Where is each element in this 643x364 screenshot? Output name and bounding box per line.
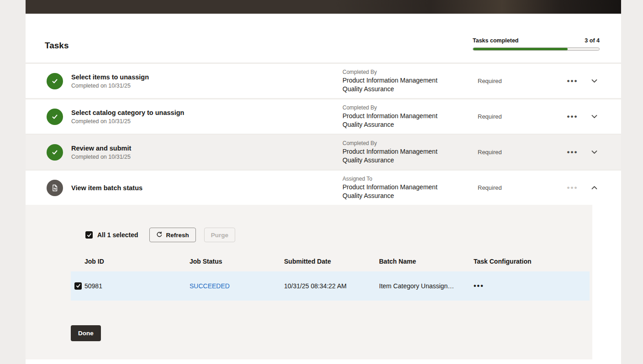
check-circle-icon [47, 144, 63, 161]
cell-job-id: 50981 [84, 282, 190, 290]
main-content-card: Tasks Tasks completed 3 of 4 Select item… [26, 0, 621, 364]
chevron-down-icon[interactable] [591, 79, 597, 83]
meta-label: Assigned To [343, 176, 478, 182]
overflow-menu-icon[interactable]: ••• [567, 148, 578, 156]
cell-job-status-link[interactable]: SUCCEEDED [190, 282, 284, 290]
progress-label: Tasks completed [473, 37, 519, 44]
task-meta: Assigned To Product Information Manageme… [343, 176, 478, 200]
task-meta: Completed By Product Information Managem… [343, 140, 478, 165]
batch-document-icon [47, 180, 63, 196]
progress-bar-track [473, 47, 600, 51]
progress-fill [473, 48, 568, 50]
meta-label: Completed By [343, 140, 478, 146]
task-main: Select catalog category to unassign Comp… [71, 109, 343, 125]
table-header-row: Job ID Job Status Submitted Date Batch N… [71, 253, 590, 271]
required-badge: Required [478, 149, 551, 156]
task-row-review-and-submit[interactable]: Review and submit Completed on 10/31/25 … [26, 134, 621, 169]
required-badge: Required [478, 184, 551, 191]
task-actions: ••• [551, 184, 621, 192]
meta-value: Product Information Management Quality A… [343, 147, 457, 165]
column-header-task-configuration: Task Configuration [474, 258, 590, 265]
task-row-view-item-batch-status[interactable]: View item batch status Assigned To Produ… [26, 169, 621, 205]
required-badge: Required [478, 113, 551, 120]
check-circle-icon [47, 109, 63, 125]
column-header-batch-name: Batch Name [379, 258, 474, 265]
page-header: Tasks Tasks completed 3 of 4 [26, 14, 621, 62]
task-actions: ••• [551, 113, 621, 120]
overflow-menu-icon-disabled: ••• [567, 184, 578, 192]
row-checkbox[interactable] [74, 282, 82, 290]
purge-button-disabled: Purge [204, 228, 235, 242]
batch-jobs-table: Job ID Job Status Submitted Date Batch N… [71, 253, 590, 301]
batch-status-panel: All 1 selected Refresh Purge Job ID Job … [26, 205, 592, 359]
meta-label: Completed By [343, 104, 478, 111]
selection-count-label: All 1 selected [97, 231, 138, 239]
meta-value: Product Information Management Quality A… [343, 76, 457, 94]
chevron-down-icon[interactable] [591, 150, 597, 154]
cell-submitted-date: 10/31/25 08:34:22 AM [284, 282, 379, 290]
task-actions: ••• [551, 148, 621, 156]
task-meta: Completed By Product Information Managem… [343, 69, 478, 94]
task-meta: Completed By Product Information Managem… [343, 104, 478, 129]
task-actions: ••• [551, 77, 621, 85]
column-header-job-id: Job ID [84, 258, 190, 265]
meta-label: Completed By [343, 69, 478, 75]
meta-value: Product Information Management Quality A… [343, 183, 457, 200]
page-title: Tasks [45, 41, 69, 51]
refresh-icon [156, 231, 163, 239]
column-header-submitted-date: Submitted Date [284, 258, 379, 265]
progress-count: 3 of 4 [585, 37, 600, 44]
tasks-progress: Tasks completed 3 of 4 [473, 37, 600, 51]
required-badge: Required [478, 78, 551, 84]
purge-button-label: Purge [211, 232, 228, 239]
task-title: Select catalog category to unassign [71, 109, 343, 116]
task-title: Review and submit [71, 145, 343, 152]
overflow-menu-icon[interactable]: ••• [567, 77, 578, 85]
meta-value: Product Information Management Quality A… [343, 112, 457, 129]
task-subtitle: Completed on 10/31/25 [71, 118, 343, 125]
task-main: View item batch status [71, 184, 343, 192]
task-list: Select items to unassign Completed on 10… [26, 62, 621, 359]
chevron-down-icon[interactable] [591, 114, 597, 119]
task-subtitle: Completed on 10/31/25 [71, 83, 343, 89]
task-title: Select items to unassign [71, 73, 343, 81]
table-row[interactable]: 50981 SUCCEEDED 10/31/25 08:34:22 AM Ite… [71, 271, 590, 301]
task-main: Select items to unassign Completed on 10… [71, 73, 343, 89]
cell-batch-name: Item Category Unassign… [379, 282, 474, 290]
batch-panel-controls: All 1 selected Refresh Purge [85, 228, 592, 242]
done-button[interactable]: Done [71, 325, 101, 341]
task-main: Review and submit Completed on 10/31/25 [71, 145, 343, 160]
overflow-menu-icon[interactable]: ••• [567, 113, 578, 120]
row-actions-icon[interactable]: ••• [474, 282, 484, 290]
check-circle-icon [47, 73, 63, 89]
chevron-up-icon[interactable] [591, 186, 597, 190]
column-header-job-status: Job Status [190, 258, 284, 265]
task-subtitle: Completed on 10/31/25 [71, 154, 343, 160]
app-header-banner [26, 0, 621, 14]
refresh-button[interactable]: Refresh [149, 228, 196, 242]
refresh-button-label: Refresh [166, 232, 189, 239]
task-row-select-items[interactable]: Select items to unassign Completed on 10… [26, 62, 621, 98]
task-title: View item batch status [71, 184, 343, 192]
task-row-select-catalog-category[interactable]: Select catalog category to unassign Comp… [26, 98, 621, 134]
select-all-checkbox[interactable] [85, 231, 93, 239]
